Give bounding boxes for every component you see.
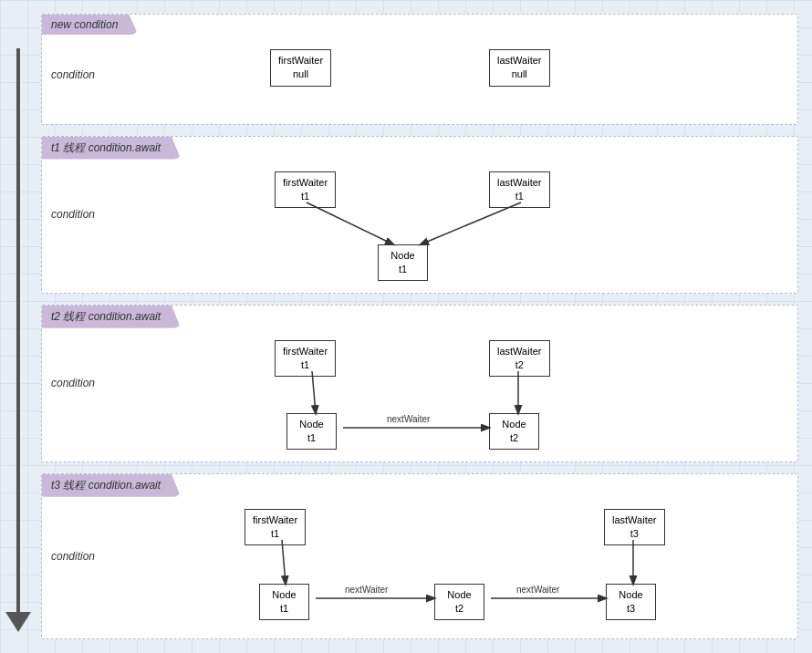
arrow-line [16, 48, 20, 612]
diagrams-area: new condition condition firstWaiternull … [36, 0, 812, 653]
node-d1-fw: firstWaiternull [270, 49, 331, 87]
node-d3-fw: firstWaitert1 [275, 340, 336, 378]
node-d4-n2: Nodet2 [434, 584, 484, 621]
node-d4-n3: Nodet3 [606, 584, 656, 621]
frame-content-3: firstWaitert1 lastWaitert2 Nodet1 Nodet2 [42, 306, 797, 461]
time-arrow-container [0, 0, 36, 653]
diagram-frame-1: new condition condition firstWaiternull … [41, 14, 798, 125]
node-d3-lw: lastWaitert2 [489, 340, 550, 378]
frame-content-1: firstWaiternull lastWaiternull [42, 15, 797, 124]
frame-content-4: firstWaitert1 lastWaitert3 Nodet1 Nodet2… [42, 474, 797, 638]
svg-line-2 [312, 371, 316, 413]
svg-text:nextWaiter: nextWaiter [345, 585, 389, 595]
node-d3-n2: Nodet2 [489, 413, 539, 451]
time-arrow [5, 48, 32, 632]
main-container: new condition condition firstWaiternull … [0, 0, 812, 653]
svg-line-6 [282, 540, 286, 584]
arrow-head [5, 612, 31, 632]
diagram-frame-3: t2 线程 condition.await condition firstWai… [41, 305, 798, 462]
svg-line-0 [307, 202, 393, 244]
node-d2-fw: firstWaitert1 [275, 171, 336, 209]
node-d3-n1: Nodet1 [286, 413, 337, 451]
svg-text:nextWaiter: nextWaiter [516, 585, 560, 595]
svg-line-1 [421, 202, 521, 244]
node-d4-n1: Nodet1 [259, 584, 309, 621]
arrows-d4: nextWaiter nextWaiter [42, 474, 797, 638]
node-d4-fw: firstWaitert1 [245, 509, 306, 546]
frame-content-2: firstWaitert1 lastWaitert1 Nodet1 [42, 137, 797, 293]
node-d4-lw: lastWaitert3 [604, 509, 665, 546]
node-d2-n1: Nodet1 [378, 244, 428, 282]
node-d1-lw: lastWaiternull [489, 49, 550, 87]
diagram-frame-4: t3 线程 condition.await condition firstWai… [41, 473, 798, 639]
svg-text:nextWaiter: nextWaiter [387, 414, 431, 424]
arrows-d3: nextWaiter [42, 306, 797, 461]
node-d2-lw: lastWaitert1 [489, 171, 550, 209]
diagram-frame-2: t1 线程 condition.await condition firstWai… [41, 136, 798, 294]
